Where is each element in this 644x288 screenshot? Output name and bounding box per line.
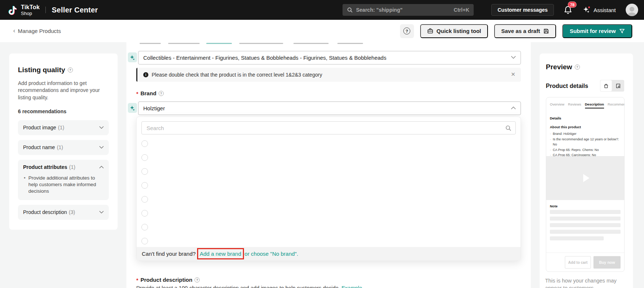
- close-icon[interactable]: ✕: [511, 71, 515, 78]
- radio-button[interactable]: [141, 196, 148, 203]
- radio-button[interactable]: [141, 210, 148, 217]
- brand-option[interactable]: [137, 151, 521, 165]
- user-avatar[interactable]: [626, 4, 638, 16]
- brand-option[interactable]: [137, 192, 521, 206]
- preview-action-buttons: Add to cart Buy now: [565, 256, 621, 269]
- chevron-up-icon: [99, 166, 104, 169]
- alert-message: Please double check that the product is …: [152, 72, 322, 78]
- choose-no-brand-link[interactable]: or choose "No brand".: [245, 251, 299, 257]
- logo-divider: [45, 7, 46, 13]
- category-select[interactable]: Collectibles - Entertainment - Figurines…: [138, 51, 521, 64]
- page-toolbar: ‹ Manage Products ? Quick listing tool S…: [0, 20, 644, 42]
- tiktok-note-icon: [7, 4, 18, 16]
- brand-option[interactable]: [137, 165, 521, 178]
- bullet-row: ·Is the recommended age 12 years or belo…: [550, 137, 622, 147]
- radio-button[interactable]: [141, 238, 148, 244]
- search-icon: [505, 125, 511, 131]
- brand-search-box[interactable]: [141, 121, 516, 134]
- accordion-product-description-header[interactable]: Product description (3): [18, 205, 109, 220]
- notification-count-badge: 78: [568, 2, 576, 7]
- chevron-down-icon: [511, 56, 516, 59]
- quick-listing-label: Quick listing tool: [437, 28, 481, 34]
- help-button[interactable]: ?: [400, 24, 414, 38]
- preview-divider: [546, 252, 624, 253]
- accordion-product-name: Product name (1): [18, 140, 109, 155]
- search-input[interactable]: [356, 7, 451, 13]
- brand-select[interactable]: Holztiger: [138, 101, 521, 115]
- accordion-detail-text: Provide additional attributes to help cu…: [29, 175, 104, 195]
- preview-subtitle: Product details: [546, 83, 588, 89]
- toolbar-actions: ? Quick listing tool Save as a draft Sub…: [400, 24, 632, 38]
- submit-for-review-button[interactable]: Submit for review: [562, 24, 632, 38]
- listing-quality-help-icon[interactable]: ?: [68, 67, 73, 73]
- brand-help-icon[interactable]: ?: [159, 91, 164, 96]
- tab-description[interactable]: Description: [585, 102, 604, 108]
- radio-button[interactable]: [141, 182, 148, 189]
- listing-quality-description: Add product information to get recommend…: [18, 80, 109, 101]
- add-to-cart-button[interactable]: Add to cart: [565, 256, 591, 269]
- brand-option[interactable]: [137, 220, 521, 234]
- accordion-product-image: Product image (1): [18, 120, 109, 135]
- tiktok-shop-logo[interactable]: TikTok Shop: [7, 4, 40, 16]
- save-icon: [543, 28, 549, 34]
- product-preview-mockup: Overview Reviews Description Recommend D…: [546, 97, 625, 272]
- radio-button[interactable]: [141, 224, 148, 230]
- page-content: Listing quality ? Add product informatio…: [0, 42, 644, 288]
- accordion-label: Product image: [23, 125, 56, 130]
- alert-accent-bar: [136, 68, 137, 82]
- notifications-button[interactable]: 78: [564, 5, 573, 14]
- ai-suggestion-icon[interactable]: [128, 103, 137, 113]
- description-help-icon[interactable]: ?: [195, 277, 200, 283]
- accordion-count: (1): [69, 164, 75, 170]
- preview-mode-product-button[interactable]: [600, 80, 612, 92]
- video-placeholder: [546, 156, 624, 200]
- preview-help-icon[interactable]: ?: [575, 64, 580, 70]
- tab-overview[interactable]: Overview: [550, 102, 565, 108]
- radio-button[interactable]: [141, 140, 148, 147]
- brand-option[interactable]: [137, 234, 521, 248]
- tab-recommend[interactable]: Recommend: [608, 102, 624, 108]
- play-icon[interactable]: [583, 174, 589, 182]
- preview-mode-details-button[interactable]: [612, 80, 624, 92]
- accordion-count: (3): [69, 209, 75, 215]
- save-draft-label: Save as a draft: [501, 28, 540, 34]
- brand-option[interactable]: [137, 137, 521, 151]
- accordion-product-name-header[interactable]: Product name (1): [18, 140, 109, 155]
- accordion-product-image-header[interactable]: Product image (1): [18, 120, 109, 135]
- footer-prefix: Can't find your brand?: [142, 251, 196, 257]
- ai-suggestion-icon[interactable]: [128, 52, 137, 62]
- example-link[interactable]: Example: [341, 285, 362, 288]
- radio-button[interactable]: [141, 154, 148, 161]
- accordion-product-attributes-header[interactable]: Product attributes (1): [18, 160, 109, 175]
- accordion-product-attributes: Product attributes (1) • Provide additio…: [18, 160, 109, 200]
- assistant-button[interactable]: Assistant: [582, 6, 616, 14]
- brand-option[interactable]: [137, 178, 521, 192]
- tab-reviews[interactable]: Reviews: [568, 102, 581, 108]
- global-search[interactable]: Ctrl+K: [343, 4, 474, 16]
- topbar-actions: Customer messages 78 Assistant: [491, 0, 638, 20]
- buy-now-button[interactable]: Buy now: [593, 256, 621, 269]
- search-shortcut: Ctrl+K: [454, 7, 469, 13]
- add-new-brand-link[interactable]: Add a new brand: [200, 251, 241, 257]
- required-asterisk: *: [136, 91, 138, 97]
- product-description-label: * Product description ?: [136, 277, 200, 283]
- save-draft-button[interactable]: Save as a draft: [494, 24, 556, 38]
- chevron-down-icon: [99, 211, 104, 214]
- brand-options-list: [137, 137, 521, 248]
- brand-search-input[interactable]: [142, 125, 505, 131]
- quick-listing-tool-button[interactable]: Quick listing tool: [420, 24, 488, 38]
- shopping-bag-icon: [603, 83, 609, 89]
- brand-field-label: * Brand ?: [136, 90, 164, 96]
- radio-button[interactable]: [141, 168, 148, 175]
- brand-option[interactable]: [137, 206, 521, 220]
- preview-caption: This is how your changes may appear to c…: [545, 277, 630, 288]
- accordion-label: Product attributes: [23, 164, 67, 170]
- seller-center-app: TikTok Shop Seller Center Ctrl+K Custome…: [0, 0, 644, 288]
- assistant-label: Assistant: [593, 7, 616, 13]
- search-icon: [347, 7, 353, 13]
- back-to-manage-products[interactable]: ‹ Manage Products: [13, 28, 61, 34]
- chevron-down-icon: [99, 126, 104, 129]
- customer-messages-button[interactable]: Customer messages: [491, 4, 554, 16]
- submit-label: Submit for review: [570, 28, 616, 34]
- brand-dropdown-footer: Can't find your brand? Add a new brand o…: [137, 247, 521, 261]
